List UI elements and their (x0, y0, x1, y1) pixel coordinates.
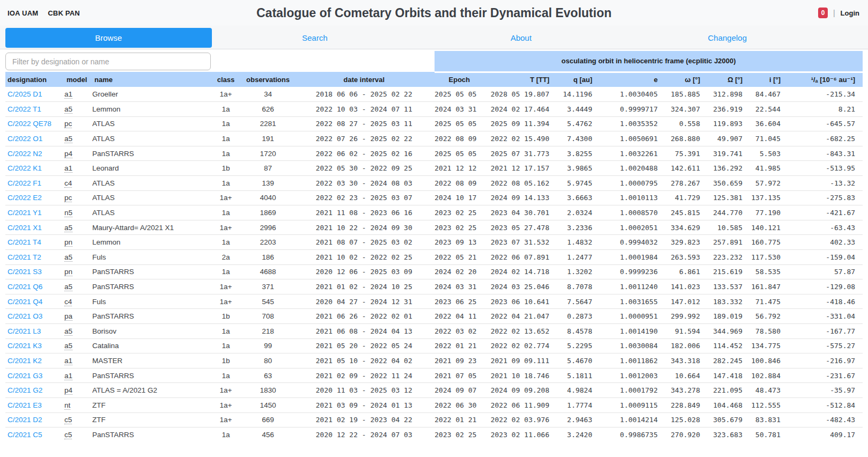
eccentricity: 1.0050691 (600, 131, 665, 146)
model-link[interactable]: a5 (64, 224, 72, 232)
tab-changelog[interactable]: Changelog (624, 28, 831, 48)
model-link[interactable]: a1 (64, 357, 72, 365)
designation-link[interactable]: C/2021 S3 (8, 268, 42, 276)
designation-link[interactable]: C/2021 L3 (8, 327, 41, 335)
epoch-value: 2024 02 20 (435, 264, 477, 279)
perihelion-time: 2028 05 19.807 (477, 87, 557, 102)
date-interval: 2022 10 03 - 2024 07 11 (293, 102, 435, 117)
designation-link[interactable]: C/2022 F1 (8, 179, 41, 187)
inverse-semimajor-axis: -843.31 (788, 146, 863, 161)
designation-link[interactable]: C/2021 G2 (8, 386, 42, 394)
model-link[interactable]: a1 (64, 164, 72, 173)
col-arg-perihelion: ω [°] (665, 72, 708, 87)
model-link-cell: a1 (64, 161, 92, 176)
orbit-class: 1a+ (209, 383, 242, 398)
model-link[interactable]: a5 (64, 342, 72, 350)
model-link[interactable]: pn (64, 268, 72, 276)
designation-link[interactable]: C/2022 QE78 (8, 120, 52, 128)
model-link[interactable]: a5 (64, 135, 72, 143)
inclination: 83.831 (750, 412, 788, 427)
designation-link[interactable]: C/2021 T2 (8, 253, 41, 261)
table-row: C/2022 O1a5ATLAS1a1912022 07 26 - 2025 0… (5, 131, 863, 146)
designation-link[interactable]: C/2021 C5 (8, 431, 42, 439)
model-link[interactable]: c5 (64, 416, 72, 424)
date-interval: 2021 06 26 - 2022 02 01 (293, 309, 435, 324)
perihelion-time: 2021 10 18.746 (477, 368, 557, 383)
designation-link[interactable]: C/2022 K1 (8, 164, 42, 172)
model-link[interactable]: a5 (64, 105, 72, 114)
observations-count: 1830 (242, 383, 293, 398)
perihelion-distance: 1.2477 (557, 250, 600, 265)
filter-input[interactable] (5, 53, 211, 70)
comet-name: ZTF (92, 412, 209, 427)
arg-perihelion: 6.861 (665, 264, 708, 279)
designation-link[interactable]: C/2021 G3 (8, 372, 42, 380)
arg-perihelion: 185.885 (665, 87, 708, 102)
model-link[interactable]: a1 (64, 372, 72, 380)
tab-search[interactable]: Search (212, 28, 418, 48)
epoch-value: 2022 05 21 (435, 250, 477, 265)
epoch-value: 2024 03 31 (435, 102, 477, 117)
model-link[interactable]: p4 (64, 386, 72, 395)
model-link[interactable]: nt (64, 401, 70, 410)
observations-count: 99 (242, 338, 293, 353)
designation-link-cell: C/2021 T4 (5, 235, 64, 250)
model-link[interactable]: a5 (64, 283, 72, 291)
designation-link[interactable]: C/2022 O1 (8, 135, 42, 143)
inclination: 84.467 (750, 87, 788, 102)
designation-link[interactable]: C/2021 K3 (8, 342, 42, 350)
perihelion-distance: 3.2420 (557, 427, 600, 443)
separator: | (833, 9, 835, 17)
arg-perihelion: 142.611 (665, 161, 708, 176)
model-link[interactable]: pc (64, 194, 72, 202)
tab-browse[interactable]: Browse (5, 28, 212, 48)
model-link[interactable]: p4 (64, 150, 72, 158)
col-inverse-semimajor-axis: ¹/ₐ [10⁻⁶ au⁻¹] (788, 72, 863, 87)
designation-link[interactable]: C/2021 O3 (8, 312, 42, 320)
designation-link[interactable]: C/2021 K2 (8, 357, 42, 365)
table-row: C/2021 Q6a5PanSTARRS1a+3712021 01 02 - 2… (5, 279, 863, 294)
model-link[interactable]: pa (64, 312, 72, 321)
designation-link[interactable]: C/2021 D2 (8, 416, 42, 424)
tab-about[interactable]: About (418, 28, 624, 48)
model-link[interactable]: a5 (64, 253, 72, 262)
designation-link[interactable]: C/2021 E3 (8, 401, 42, 409)
model-link-cell: a5 (64, 131, 92, 146)
link-cbk-pan[interactable]: CBK PAN (48, 9, 80, 17)
inverse-semimajor-axis: -482.43 (788, 412, 863, 427)
model-link[interactable]: pn (64, 238, 72, 247)
model-link[interactable]: c4 (64, 179, 72, 188)
model-link[interactable]: pc (64, 120, 72, 128)
date-interval: 2022 07 26 - 2025 02 22 (293, 131, 435, 146)
designation-link[interactable]: C/2021 X1 (8, 224, 42, 232)
designation-link[interactable]: C/2021 T4 (8, 238, 41, 246)
designation-link[interactable]: C/2021 Y1 (8, 209, 42, 217)
table-row: C/2021 G2p4ATLAS = A/2021 G21a+18302020 … (5, 383, 863, 398)
designation-link[interactable]: C/2022 T1 (8, 105, 41, 113)
model-link[interactable]: a5 (64, 327, 72, 336)
inclination: 78.580 (750, 324, 788, 339)
link-ioa-uam[interactable]: IOA UAM (8, 9, 38, 17)
observations-count: 2203 (242, 235, 293, 250)
model-link[interactable]: c5 (64, 431, 72, 439)
comet-name: ZTF (92, 397, 209, 412)
date-interval: 2021 06 08 - 2024 04 13 (293, 324, 435, 339)
eccentricity: 1.0012003 (600, 368, 665, 383)
model-link[interactable]: a1 (64, 90, 72, 99)
eccentricity: 1.0009115 (600, 397, 665, 412)
ascending-node: 282.245 (708, 353, 750, 368)
designation-link[interactable]: C/2022 N2 (8, 150, 42, 158)
table-row: C/2021 S3pnPanSTARRS1a46882020 12 06 - 2… (5, 264, 863, 279)
notification-badge[interactable]: 0 (818, 8, 828, 18)
login-link[interactable]: Login (841, 9, 859, 17)
designation-link[interactable]: C/2021 Q6 (8, 283, 42, 291)
designation-link[interactable]: C/2025 D1 (8, 90, 42, 98)
model-link[interactable]: c4 (64, 298, 72, 306)
designation-link[interactable]: C/2022 E2 (8, 194, 42, 202)
designation-link[interactable]: C/2021 Q4 (8, 298, 42, 306)
epoch-value: 2025 05 05 (435, 87, 477, 102)
ascending-node: 183.332 (708, 294, 750, 309)
model-link-cell: a5 (64, 220, 92, 235)
model-link[interactable]: n5 (64, 209, 72, 217)
orbit-class: 1a (209, 102, 242, 117)
